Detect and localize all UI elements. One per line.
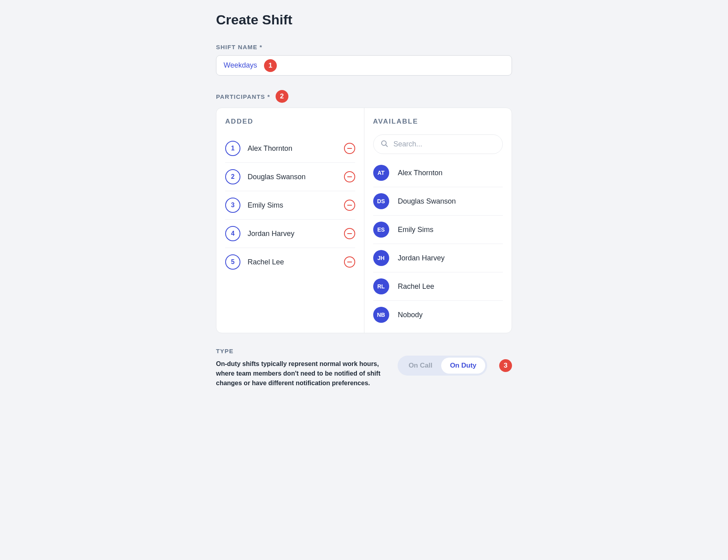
remove-icon[interactable]	[344, 171, 355, 182]
search-icon	[380, 140, 388, 149]
callout-badge-2: 2	[276, 90, 288, 103]
available-column: AVAILABLE ATAlex ThorntonDSDouglas Swans…	[364, 108, 512, 333]
added-column: ADDED 1Alex Thornton2Douglas Swanson3Emi…	[216, 108, 364, 333]
avatar: AT	[373, 165, 389, 181]
participants-section: PARTICIPANTS * 2 ADDED 1Alex Thornton2Do…	[216, 90, 512, 333]
type-description: On-duty shifts typically represent norma…	[216, 359, 388, 388]
shift-name-section: SHIFT NAME * 1	[216, 44, 512, 76]
available-name: Rachel Lee	[398, 282, 503, 291]
svg-line-1	[386, 145, 387, 146]
available-row[interactable]: ATAlex Thornton	[373, 159, 503, 187]
participants-panel: ADDED 1Alex Thornton2Douglas Swanson3Emi…	[216, 108, 512, 333]
shift-name-input-wrap: 1	[216, 55, 512, 76]
page-title: Create Shift	[216, 12, 512, 28]
available-name: Emily Sims	[398, 226, 503, 234]
remove-icon[interactable]	[344, 200, 355, 211]
avatar: RL	[373, 278, 389, 294]
order-badge: 4	[225, 226, 240, 241]
search-wrap	[373, 134, 503, 154]
type-text: TYPE On-duty shifts typically represent …	[216, 348, 388, 388]
available-name: Nobody	[398, 311, 503, 319]
added-name: Jordan Harvey	[248, 230, 344, 238]
type-toggle: On Call On Duty	[398, 356, 487, 376]
shift-name-input[interactable]	[216, 55, 512, 76]
available-row[interactable]: RLRachel Lee	[373, 272, 503, 301]
added-name: Emily Sims	[248, 201, 344, 210]
added-name: Rachel Lee	[248, 258, 344, 266]
available-row[interactable]: ESEmily Sims	[373, 216, 503, 244]
available-name: Jordan Harvey	[398, 254, 503, 262]
available-row[interactable]: DSDouglas Swanson	[373, 187, 503, 216]
participants-label: PARTICIPANTS * 2	[216, 90, 512, 103]
participant-search-input[interactable]	[373, 134, 503, 154]
added-name: Alex Thornton	[248, 144, 344, 153]
order-badge: 5	[225, 254, 240, 270]
type-label: TYPE	[216, 348, 388, 354]
remove-icon[interactable]	[344, 143, 355, 154]
available-name: Alex Thornton	[398, 169, 503, 177]
available-name: Douglas Swanson	[398, 197, 503, 206]
order-badge: 1	[225, 141, 240, 156]
type-right: On Call On Duty 3	[398, 348, 512, 376]
callout-badge-1: 1	[264, 59, 277, 72]
type-section: TYPE On-duty shifts typically represent …	[216, 348, 512, 388]
added-row[interactable]: 5Rachel Lee	[225, 248, 355, 276]
remove-icon[interactable]	[344, 256, 355, 268]
available-header: AVAILABLE	[373, 118, 503, 126]
avatar: NB	[373, 307, 389, 323]
avatar: DS	[373, 193, 389, 209]
avatar: JH	[373, 250, 389, 266]
toggle-on-duty[interactable]: On Duty	[441, 358, 485, 374]
shift-name-label: SHIFT NAME *	[216, 44, 512, 50]
toggle-on-call[interactable]: On Call	[400, 358, 441, 374]
order-badge: 3	[225, 198, 240, 213]
available-list: ATAlex ThorntonDSDouglas SwansonESEmily …	[373, 159, 503, 329]
order-badge: 2	[225, 169, 240, 184]
available-row[interactable]: JHJordan Harvey	[373, 244, 503, 272]
added-header: ADDED	[225, 118, 355, 126]
added-row[interactable]: 3Emily Sims	[225, 191, 355, 220]
remove-icon[interactable]	[344, 228, 355, 239]
participants-label-text: PARTICIPANTS *	[216, 93, 270, 100]
added-list: 1Alex Thornton2Douglas Swanson3Emily Sim…	[225, 134, 355, 276]
added-row[interactable]: 2Douglas Swanson	[225, 163, 355, 191]
added-row[interactable]: 4Jordan Harvey	[225, 220, 355, 248]
callout-badge-3: 3	[499, 359, 512, 372]
added-name: Douglas Swanson	[248, 173, 344, 181]
added-row[interactable]: 1Alex Thornton	[225, 134, 355, 163]
available-row[interactable]: NBNobody	[373, 301, 503, 329]
avatar: ES	[373, 222, 389, 238]
